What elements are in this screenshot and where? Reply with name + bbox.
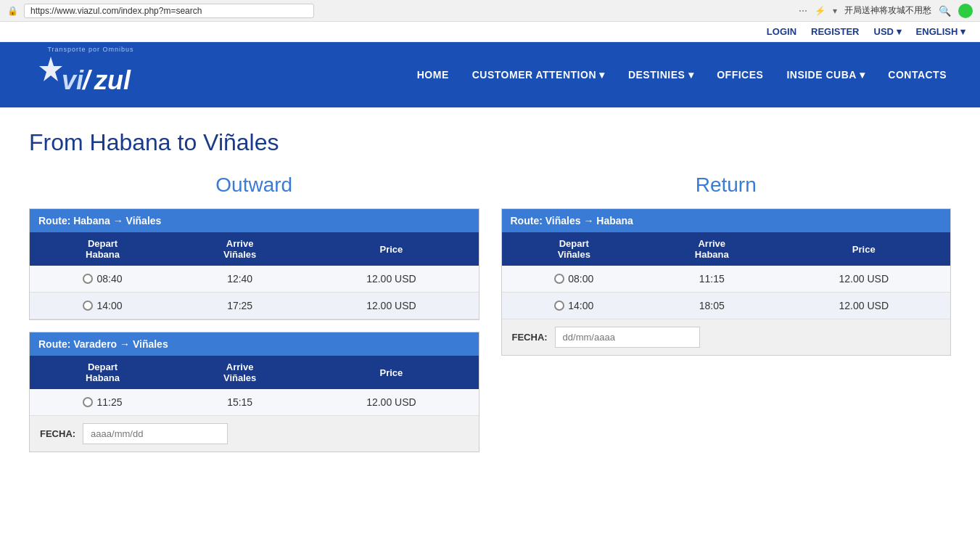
col-price-header-r: Price — [778, 232, 950, 266]
col-arrive-header-r: Arrive Habana — [646, 232, 777, 266]
fecha-input-return[interactable] — [555, 327, 700, 348]
svg-text:vi: vi — [62, 65, 84, 95]
price-2a: 12.00 USD — [304, 389, 478, 416]
return-column: Return Route: Viñales → Habana Depart Vi… — [501, 173, 952, 464]
table-header-row-2: Depart Habana Arrive Viñales Price — [30, 356, 479, 389]
fecha-label-return: FECHA: — [512, 332, 548, 343]
secure-icon: 🔒 — [7, 6, 18, 16]
fecha-row-return: FECHA: — [502, 319, 951, 355]
radio-rb[interactable] — [554, 301, 564, 311]
nav-contacts-link[interactable]: CONTACTS — [876, 62, 958, 88]
logo-subtitle: Transporte por Omnibus — [47, 46, 133, 53]
viazul-logo: vi / zul — [22, 53, 160, 100]
table-header-row-1: Depart Habana Arrive Viñales Price — [30, 232, 479, 266]
route-block-habana-vinales: Route: Habana → Viñales Depart Habana Ar… — [29, 208, 479, 320]
route-header-varadero-vinales: Route: Varadero → Viñales — [30, 332, 479, 356]
nav-offices-link[interactable]: OFFICES — [705, 62, 775, 88]
route-block-varadero-vinales: Route: Varadero → Viñales Depart Habana … — [29, 332, 479, 452]
fecha-input-outward[interactable] — [83, 423, 228, 444]
col-depart-header-2: Depart Habana — [30, 356, 176, 389]
radio-1b[interactable] — [83, 301, 93, 311]
login-link[interactable]: LOGIN — [767, 26, 796, 37]
table-row: 08:00 11:15 12.00 USD — [502, 266, 951, 293]
nav-offices[interactable]: OFFICES — [705, 62, 775, 88]
route-block-vinales-habana: Route: Viñales → Habana Depart Viñales A… — [501, 208, 952, 356]
col-depart-header: Depart Habana — [30, 232, 176, 266]
utility-bar: LOGIN REGISTER USD ENGLISH — [0, 22, 980, 42]
depart-time-1a[interactable]: 08:40 — [30, 266, 176, 293]
radio-2a[interactable] — [83, 397, 93, 407]
outward-title: Outward — [29, 173, 479, 197]
nav-home[interactable]: HOME — [405, 62, 461, 88]
nav-customer-link[interactable]: CUSTOMER ATTENTION — [461, 62, 617, 88]
arrive-time-ra: 11:15 — [646, 266, 777, 293]
nav-contacts[interactable]: CONTACTS — [876, 62, 958, 88]
logo-outer: Transporte por Omnibus vi / zul — [22, 50, 160, 100]
col-depart-header-r: Depart Viñales — [502, 232, 647, 266]
route-header-vinales-habana: Route: Viñales → Habana — [502, 209, 951, 232]
route-table-1: Depart Habana Arrive Viñales Price — [30, 232, 479, 319]
depart-time-2a[interactable]: 11:25 — [30, 389, 176, 416]
route-label-return: Route: Viñales → Habana — [511, 215, 633, 226]
search-icon[interactable]: 🔍 — [939, 5, 951, 17]
arrive-time-rb: 18:05 — [646, 293, 777, 319]
table-row: 14:00 18:05 12.00 USD — [502, 293, 951, 319]
radio-ra[interactable] — [554, 274, 564, 284]
arrive-time-1b: 17:25 — [176, 293, 304, 319]
route-header-habana-vinales: Route: Habana → Viñales — [30, 209, 479, 232]
route-table-2: Depart Habana Arrive Viñales Price — [30, 356, 479, 416]
url-bar[interactable]: https://www.viazul.com/index.php?m=searc… — [24, 4, 314, 18]
table-row: 08:40 12:40 12.00 USD — [30, 266, 479, 293]
col-price-header-2: Price — [304, 356, 478, 389]
nav-inside-cuba[interactable]: INSIDE CUBA — [775, 62, 876, 88]
col-arrive-header: Arrive Viñales — [176, 232, 304, 266]
route-label-2: Route: Varadero → Viñales — [38, 338, 168, 350]
outward-column: Outward Route: Habana → Viñales Depart H… — [29, 173, 479, 464]
browser-bar: 🔒 https://www.viazul.com/index.php?m=sea… — [0, 0, 980, 22]
table-row: 11:25 15:15 12.00 USD — [30, 389, 479, 416]
col-price-header: Price — [304, 232, 478, 266]
price-1b: 12.00 USD — [304, 293, 478, 319]
logo-area: Transporte por Omnibus vi / zul — [22, 50, 160, 100]
dropdown-icon[interactable]: ▾ — [833, 6, 837, 16]
route-table-return: Depart Viñales Arrive Habana Price — [502, 232, 951, 319]
lightning-icon[interactable]: ⚡ — [815, 6, 825, 16]
language-dropdown[interactable]: ENGLISH — [916, 26, 965, 37]
arrive-time-2a: 15:15 — [176, 389, 304, 416]
nav-inside-cuba-link[interactable]: INSIDE CUBA — [775, 62, 876, 88]
svg-text:zul: zul — [94, 65, 131, 95]
fecha-row-outward: FECHA: — [30, 416, 479, 452]
fecha-label-outward: FECHA: — [40, 428, 75, 439]
nav-links: HOME CUSTOMER ATTENTION DESTINIES OFFICE… — [405, 62, 958, 88]
price-rb: 12.00 USD — [778, 293, 950, 319]
radio-1a[interactable] — [83, 274, 93, 284]
return-title: Return — [501, 173, 952, 197]
currency-dropdown[interactable]: USD — [874, 26, 902, 37]
profile-icon[interactable] — [958, 4, 973, 18]
price-ra: 12.00 USD — [778, 266, 950, 293]
register-link[interactable]: REGISTER — [811, 26, 859, 37]
browser-right-icons: ⋯ ⚡ ▾ 开局送神将攻城不用愁 🔍 — [799, 4, 973, 18]
depart-time-ra[interactable]: 08:00 — [502, 266, 647, 293]
table-header-row-return: Depart Viñales Arrive Habana Price — [502, 232, 951, 266]
route-label-1: Route: Habana → Viñales — [38, 215, 161, 226]
nav-destinies-link[interactable]: DESTINIES — [617, 62, 705, 88]
two-columns: Outward Route: Habana → Viñales Depart H… — [29, 173, 951, 464]
chinese-text: 开局送神将攻城不用愁 — [844, 4, 931, 17]
page-title: From Habana to Viñales — [29, 129, 951, 156]
price-1a: 12.00 USD — [304, 266, 478, 293]
table-row: 14:00 17:25 12.00 USD — [30, 293, 479, 319]
nav-home-link[interactable]: HOME — [405, 62, 461, 88]
nav-customer-attention[interactable]: CUSTOMER ATTENTION — [461, 62, 617, 88]
depart-time-rb[interactable]: 14:00 — [502, 293, 647, 319]
svg-rect-0 — [22, 53, 160, 100]
arrive-time-1a: 12:40 — [176, 266, 304, 293]
nav-destinies[interactable]: DESTINIES — [617, 62, 705, 88]
main-content: From Habana to Viñales Outward Route: Ha… — [0, 107, 980, 486]
col-arrive-header-2: Arrive Viñales — [176, 356, 304, 389]
logo-main-row: vi / zul — [22, 53, 160, 100]
depart-time-1b[interactable]: 14:00 — [30, 293, 176, 319]
share-icon[interactable]: ⋯ — [799, 6, 807, 16]
navbar: Transporte por Omnibus vi / zul — [0, 42, 980, 107]
